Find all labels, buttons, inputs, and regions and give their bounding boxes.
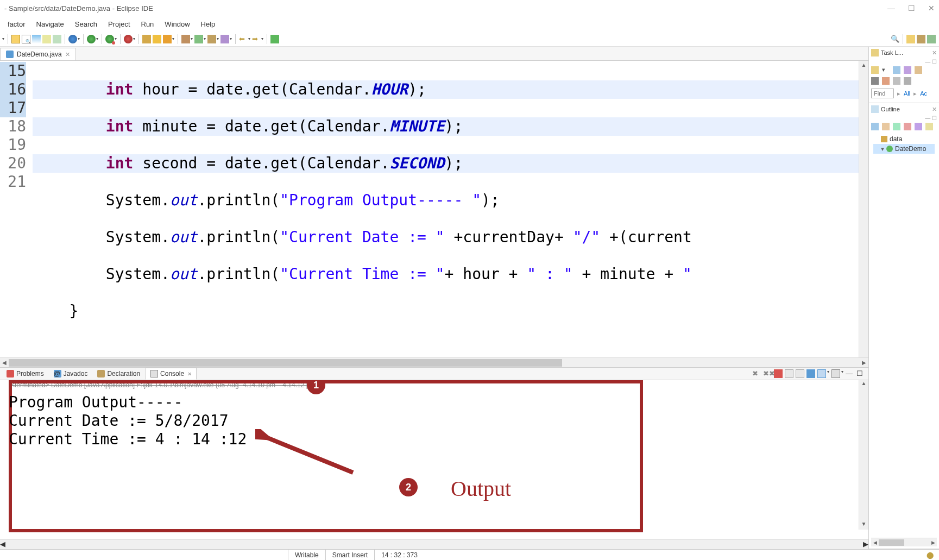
arrow-1-icon: [315, 380, 391, 387]
quick-access-icon[interactable]: 🔍: [891, 35, 899, 43]
menu-run[interactable]: Run: [136, 18, 160, 30]
new-interface-icon[interactable]: [220, 35, 229, 43]
console-hscroll[interactable]: ◀▶: [0, 539, 868, 549]
find-all-link[interactable]: All: [904, 90, 910, 97]
back-icon[interactable]: ⬅: [239, 35, 248, 43]
badge-2: 2: [399, 478, 418, 496]
new-java-icon[interactable]: [181, 35, 190, 43]
menu-project[interactable]: Project: [103, 18, 135, 30]
tool-bar: ▾ 🔍 ▾ ▾ ▾ ▾ ▾ ▾ ▾ ▾ ▾ ⬅▾ ➡▾ 🔍: [0, 32, 939, 47]
new-class-icon[interactable]: [153, 35, 161, 43]
window-title: - Sample/src/data/DateDemo.java - Eclips…: [4, 4, 153, 12]
code-editor[interactable]: int hour = date.get(Calendar.HOUR); int …: [33, 61, 859, 357]
max-view-icon[interactable]: ☐: [856, 369, 865, 378]
status-build-icon: ⬤: [927, 551, 939, 559]
focus-icon[interactable]: [871, 77, 879, 85]
annotation-icon[interactable]: [32, 35, 41, 43]
outline-title: Outline: [881, 106, 900, 112]
svg-line-1: [266, 437, 353, 473]
hide-fields-icon[interactable]: [882, 123, 890, 130]
hide-nonpublic-icon[interactable]: [904, 123, 911, 130]
console-view: <terminated> DateDemo [Java Application]…: [0, 380, 868, 539]
bookmark-icon[interactable]: [53, 35, 61, 43]
status-position: 14 : 32 : 373: [374, 550, 424, 560]
perspective-debug-icon[interactable]: [917, 35, 925, 43]
outline-item-package[interactable]: data: [873, 134, 935, 144]
task-list-title: Task L...: [881, 49, 903, 56]
terminate-icon[interactable]: [774, 369, 783, 378]
forward-icon[interactable]: ➡: [252, 35, 261, 43]
display-console-icon[interactable]: [817, 369, 826, 378]
clear-console-icon[interactable]: [785, 369, 793, 378]
editor-vscroll[interactable]: ▲: [859, 61, 868, 357]
pin-console-icon[interactable]: [806, 369, 815, 378]
line-gutter: 15 16 17 18 19 20 21: [0, 61, 33, 357]
editor-tab[interactable]: DateDemo.java ✕: [0, 48, 76, 60]
hide-icon[interactable]: [904, 77, 911, 85]
menu-bar: factor Navigate Search Project Run Windo…: [0, 16, 939, 32]
remove-all-icon[interactable]: ✖✖: [763, 369, 772, 378]
editor-hscroll[interactable]: ◀ ▶: [0, 357, 868, 367]
tab-console[interactable]: Console✕: [146, 368, 197, 380]
task-icon[interactable]: [42, 35, 51, 43]
minimize-button[interactable]: —: [887, 4, 895, 12]
skip-breakpoints-icon[interactable]: [68, 35, 77, 43]
coverage-icon[interactable]: [105, 35, 114, 43]
status-insert: Smart Insert: [325, 550, 374, 560]
pin-icon[interactable]: [270, 35, 279, 43]
outline-hscroll[interactable]: ◀▶: [871, 538, 937, 546]
new-task-icon[interactable]: [871, 66, 879, 74]
svg-line-0: [320, 380, 380, 381]
menu-help[interactable]: Help: [196, 18, 221, 30]
perspective-java-icon[interactable]: [906, 35, 915, 43]
scroll-lock-icon[interactable]: [796, 369, 804, 378]
editor-tab-label: DateDemo.java: [17, 51, 62, 58]
close-tab-icon[interactable]: ✕: [65, 51, 70, 58]
close-button[interactable]: ✕: [928, 4, 935, 12]
new-package-icon[interactable]: [142, 35, 151, 43]
task-list-view: Task L...✕ — ☐ ▾ ▸ All ▸ Ac: [869, 47, 939, 103]
categorize-icon[interactable]: [893, 66, 900, 74]
focus-active-icon[interactable]: [925, 123, 933, 130]
menu-refactor[interactable]: factor: [2, 18, 31, 30]
java-file-icon: [6, 51, 14, 58]
run-icon[interactable]: [87, 35, 96, 43]
tab-javadoc[interactable]: @Javadoc: [49, 368, 92, 379]
open-task-icon[interactable]: [163, 35, 172, 43]
min-view-icon[interactable]: —: [846, 369, 854, 378]
open-type-icon[interactable]: [11, 35, 20, 43]
close-console-icon[interactable]: ✕: [187, 371, 192, 377]
menu-search[interactable]: Search: [70, 18, 103, 30]
menu-navigate[interactable]: Navigate: [31, 18, 70, 30]
outline-icon: [871, 105, 879, 113]
bottom-tab-bar: Problems @Javadoc Declaration Console✕ ✖…: [0, 367, 868, 380]
sort-icon[interactable]: [871, 123, 879, 130]
new-junit-icon[interactable]: [194, 35, 203, 43]
link-icon[interactable]: [882, 77, 890, 85]
search-icon[interactable]: 🔍: [22, 35, 30, 43]
open-console-icon[interactable]: [831, 369, 840, 378]
sync-icon[interactable]: [904, 66, 911, 74]
console-vscroll[interactable]: ▲ ▼: [859, 380, 868, 530]
task-list-icon: [871, 49, 879, 56]
menu-window[interactable]: Window: [159, 18, 195, 30]
console-output[interactable]: Program Output----- Current Date := 5/8/…: [9, 393, 247, 449]
find-activate-link[interactable]: Ac: [920, 90, 927, 97]
outline-item-class[interactable]: ▾DateDemo: [873, 144, 935, 154]
output-annotation: Output: [451, 476, 511, 501]
find-input[interactable]: [871, 89, 894, 98]
tab-declaration[interactable]: Declaration: [93, 368, 144, 379]
status-bar: Writable Smart Insert 14 : 32 : 373 ⬤: [0, 549, 939, 560]
tab-problems[interactable]: Problems: [2, 368, 48, 379]
hide-static-icon[interactable]: [893, 123, 900, 130]
outline-view: Outline✕ — ☐ data ▾DateDemo ◀▶: [869, 103, 939, 549]
remove-launch-icon[interactable]: ✖: [752, 369, 761, 378]
hide-local-icon[interactable]: [915, 123, 922, 130]
new-aspect-icon[interactable]: [207, 35, 216, 43]
maximize-button[interactable]: ☐: [908, 4, 915, 12]
presentation-icon[interactable]: [893, 77, 900, 85]
perspective-other-icon[interactable]: [927, 35, 936, 43]
collapse-icon[interactable]: [915, 66, 922, 74]
status-writable: Writable: [288, 550, 325, 560]
ext-tools-icon[interactable]: [124, 35, 133, 43]
